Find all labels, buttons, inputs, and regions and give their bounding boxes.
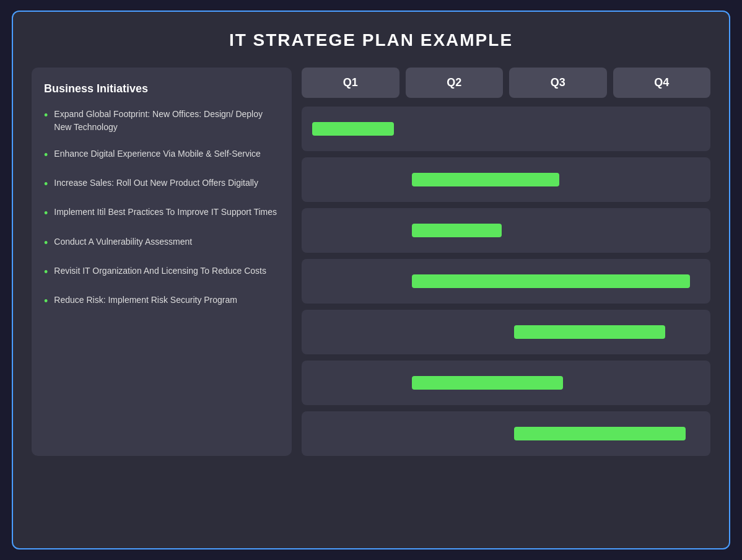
quarter-q1: Q1 <box>302 68 399 98</box>
quarter-q2: Q2 <box>406 68 504 98</box>
left-panel: Business Initiatives • Expand Global Foo… <box>32 68 292 456</box>
bullet-icon: • <box>44 177 48 192</box>
initiative-text: Increase Sales: Roll Out New Product Off… <box>54 177 258 190</box>
gantt-bar-3 <box>412 224 502 237</box>
list-item: • Increase Sales: Roll Out New Product O… <box>44 177 279 192</box>
initiative-text: Reduce Risk: Implement Risk Security Pro… <box>54 294 237 307</box>
list-item: • Reduce Risk: Implement Risk Security P… <box>44 294 279 309</box>
initiatives-title: Business Initiatives <box>44 82 279 95</box>
gantt-bar-4 <box>412 274 690 288</box>
initiative-text: Revisit IT Organization And Licensing To… <box>54 265 266 278</box>
initiative-text: Conduct A Vulnerability Assessment <box>54 235 192 248</box>
initiative-text: Implement Itil Best Practices To Improve… <box>54 206 277 219</box>
main-layout: Business Initiatives • Expand Global Foo… <box>32 68 710 456</box>
gantt-bar-7 <box>514 427 686 440</box>
bullet-icon: • <box>44 147 48 163</box>
list-item: • Conduct A Vulnerability Assessment <box>44 235 279 251</box>
gantt-bar-2 <box>412 173 559 186</box>
main-container: IT STRATEGE PLAN EXAMPLE Business Initia… <box>12 11 730 549</box>
bullet-icon: • <box>44 235 48 251</box>
gantt-row-3 <box>302 208 710 253</box>
gantt-row-5 <box>302 310 710 354</box>
list-item: • Expand Global Footprint: New Offices: … <box>44 108 279 134</box>
initiative-text: Enhance Digital Experience Via Mobile & … <box>54 147 261 160</box>
quarter-q4: Q4 <box>613 68 711 98</box>
gantt-bar-1 <box>312 122 394 136</box>
gantt-row-6 <box>302 361 710 405</box>
gantt-row-7 <box>302 411 710 456</box>
list-item: • Revisit IT Organization And Licensing … <box>44 265 279 280</box>
bullet-icon: • <box>44 108 48 123</box>
gantt-row-2 <box>302 157 710 202</box>
initiative-text: Expand Global Footprint: New Offices: De… <box>54 108 279 134</box>
list-item: • Implement Itil Best Practices To Impro… <box>44 206 279 221</box>
right-panel: Q1 Q2 Q3 Q4 <box>302 68 710 456</box>
gantt-bar-5 <box>514 325 665 339</box>
gantt-row-4 <box>302 259 710 304</box>
page-title: IT STRATEGE PLAN EXAMPLE <box>32 30 710 50</box>
bullet-icon: • <box>44 294 48 309</box>
bullet-icon: • <box>44 265 48 280</box>
quarter-q3: Q3 <box>509 68 607 98</box>
quarters-row: Q1 Q2 Q3 Q4 <box>302 68 710 98</box>
bullet-icon: • <box>44 206 48 221</box>
gantt-bar-6 <box>412 376 563 390</box>
gantt-row-1 <box>302 107 710 151</box>
list-item: • Enhance Digital Experience Via Mobile … <box>44 147 279 163</box>
